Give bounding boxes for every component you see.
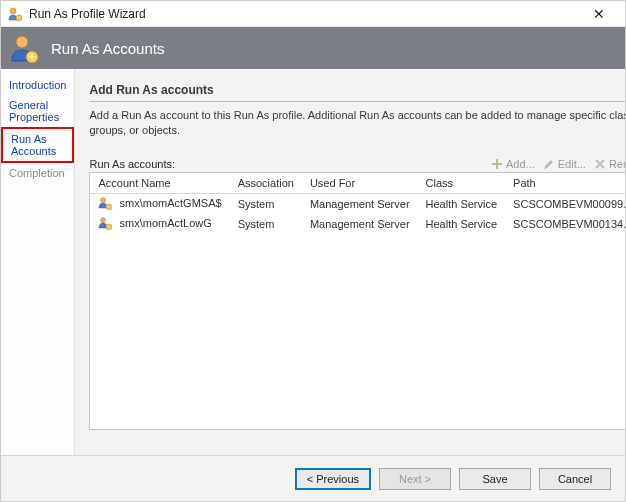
col-path[interactable]: Path [505, 173, 626, 194]
cell-used-for: Management Server [302, 193, 418, 214]
cancel-button[interactable]: Cancel [539, 468, 611, 490]
cell-class: Health Service [418, 193, 506, 214]
col-account-name[interactable]: Account Name [90, 173, 229, 194]
pencil-icon [543, 158, 555, 170]
save-button[interactable]: Save [459, 468, 531, 490]
title-bar: Run As Profile Wizard ✕ [1, 1, 625, 27]
header-title: Run As Accounts [51, 40, 164, 57]
sidebar-item-run-as-accounts[interactable]: Run As Accounts [1, 127, 74, 163]
wizard-header: Run As Accounts [1, 27, 625, 69]
account-icon [98, 220, 115, 232]
remove-button[interactable]: Remove [594, 158, 626, 170]
cell-association: System [230, 214, 302, 234]
accounts-grid[interactable]: Account Name Association Used For Class … [89, 172, 626, 430]
cell-association: System [230, 193, 302, 214]
sidebar-item-label: Run As Accounts [11, 133, 56, 157]
header-avatar-icon [9, 33, 39, 63]
table-row[interactable]: smx\momActGMSA$ System Management Server… [90, 193, 626, 214]
cell-account-name: smx\momActGMSA$ [120, 197, 222, 209]
edit-label: Edit... [558, 158, 586, 170]
content-panel: Add Run As accounts Add a Run As account… [75, 69, 626, 455]
add-label: Add... [506, 158, 535, 170]
add-button[interactable]: Add... [491, 158, 535, 170]
cell-class: Health Service [418, 214, 506, 234]
next-button: Next > [379, 468, 451, 490]
cell-path: SCSCOMBEVM00134.sm [505, 214, 626, 234]
sidebar-item-label: Completion [9, 167, 65, 179]
col-used-for[interactable]: Used For [302, 173, 418, 194]
svg-point-7 [106, 204, 112, 210]
cell-account-name: smx\momActLowG [120, 217, 212, 229]
previous-button[interactable]: < Previous [295, 468, 371, 490]
x-icon [594, 158, 606, 170]
accounts-label: Run As accounts: [89, 158, 483, 170]
wizard-icon [7, 6, 23, 22]
table-row[interactable]: smx\momActLowG System Management Server … [90, 214, 626, 234]
table-header-row: Account Name Association Used For Class … [90, 173, 626, 194]
close-icon: ✕ [593, 6, 605, 22]
sidebar-item-completion: Completion [1, 163, 74, 183]
main-area: Introduction General Properties Run As A… [1, 69, 625, 455]
wizard-sidebar: Introduction General Properties Run As A… [1, 69, 75, 455]
accounts-toolbar: Run As accounts: Add... Edit... Remove [89, 158, 626, 170]
cell-used-for: Management Server [302, 214, 418, 234]
svg-point-6 [101, 197, 106, 202]
sidebar-item-label: Introduction [9, 79, 66, 91]
plus-icon [491, 158, 503, 170]
sidebar-item-general-properties[interactable]: General Properties [1, 95, 74, 127]
close-button[interactable]: ✕ [579, 1, 619, 27]
cell-path: SCSCOMBEVM00099.sm [505, 193, 626, 214]
window-title: Run As Profile Wizard [29, 7, 579, 21]
edit-button[interactable]: Edit... [543, 158, 586, 170]
sidebar-item-introduction[interactable]: Introduction [1, 75, 74, 95]
col-class[interactable]: Class [418, 173, 506, 194]
content-heading: Add Run As accounts [89, 83, 626, 102]
svg-rect-5 [492, 163, 502, 165]
svg-point-2 [16, 36, 28, 48]
remove-label: Remove [609, 158, 626, 170]
col-association[interactable]: Association [230, 173, 302, 194]
svg-point-8 [101, 217, 106, 222]
wizard-footer: < Previous Next > Save Cancel [1, 455, 625, 501]
svg-point-1 [16, 15, 22, 21]
svg-point-0 [10, 8, 16, 14]
svg-point-9 [106, 224, 112, 230]
content-description: Add a Run As account to this Run As prof… [89, 108, 626, 138]
account-icon [98, 200, 115, 212]
sidebar-item-label: General Properties [9, 99, 59, 123]
